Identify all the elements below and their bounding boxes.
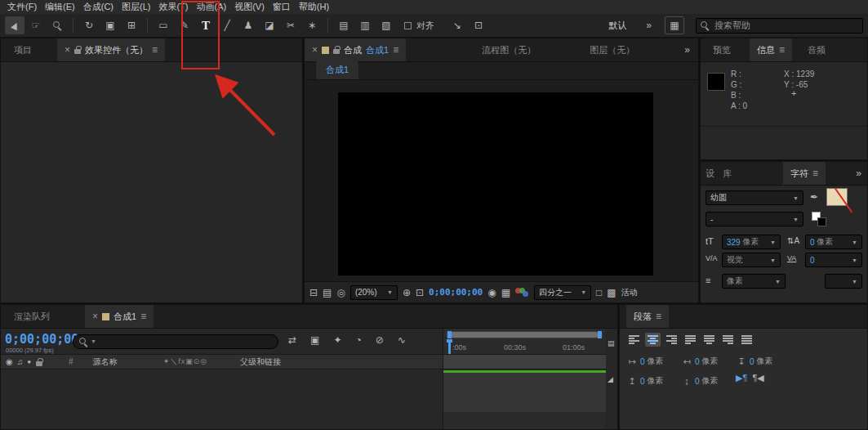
tab-render-queue[interactable]: 渲染队列 (1, 305, 57, 328)
always-preview-icon[interactable]: ⊟ (309, 288, 318, 298)
tab-effects-presets[interactable]: 设 (701, 162, 719, 185)
text-direction-rtl-icon[interactable]: ¶◀ (752, 374, 763, 383)
solo-column-icon[interactable]: ● (27, 359, 31, 365)
align-right-button[interactable] (664, 333, 679, 347)
tab-layer[interactable]: 图层（无） (582, 38, 642, 61)
mask-visibility-icon[interactable]: ⊡ (416, 288, 424, 298)
tab-audio[interactable]: 音频 (800, 38, 833, 61)
lock-icon[interactable] (333, 49, 340, 54)
tab-preview[interactable]: 预览 (701, 38, 738, 61)
fill-stroke-swatches[interactable] (812, 212, 828, 228)
navigator-end-handle[interactable] (598, 331, 602, 338)
font-size-dropdown[interactable]: 329 像素▼ (722, 235, 781, 249)
transparency-grid-icon[interactable]: ▩ (607, 288, 616, 298)
manage-workspaces-button[interactable]: ▦ (665, 16, 684, 34)
menu-layer[interactable]: 图层(L) (118, 1, 154, 13)
frame-blending-icon[interactable]: ◔ (355, 335, 361, 345)
close-icon[interactable]: × (92, 311, 98, 322)
menu-window[interactable]: 窗口 (269, 1, 295, 13)
workspace-label[interactable]: 默认 (608, 20, 626, 32)
panel-menu-icon[interactable]: ≡ (812, 168, 818, 179)
align-center-button[interactable] (645, 333, 661, 347)
menu-effect[interactable]: 效果(T) (154, 1, 192, 13)
panel-overflow-icon[interactable]: » (850, 162, 867, 185)
timeline-search-field[interactable]: ▼ (73, 334, 278, 349)
tab-composition-viewer[interactable]: × 合成 合成1 ≡ (305, 38, 406, 61)
panel-menu-icon[interactable]: ≡ (656, 311, 661, 322)
close-icon[interactable]: × (65, 44, 70, 56)
source-name-column-label[interactable]: 源名称 (93, 356, 118, 368)
resize-corner-icon[interactable]: ◢ (608, 376, 613, 383)
help-search-input[interactable] (696, 18, 863, 34)
comp-timecode[interactable]: 0;00;00;00 (429, 287, 483, 298)
justify-last-center-button[interactable] (701, 333, 717, 347)
orbit-camera-tool-button[interactable]: ↻ (79, 16, 99, 34)
justify-all-button[interactable] (739, 333, 754, 347)
justify-last-right-button[interactable] (720, 333, 736, 347)
camera-tool-button[interactable]: ▣ (100, 16, 120, 34)
extra-dropdown[interactable]: ▼ (825, 274, 862, 289)
tracking-dropdown[interactable]: 0▼ (805, 253, 862, 267)
kerning-dropdown[interactable]: 视觉▼ (722, 253, 781, 267)
panel-overflow-icon[interactable]: » (676, 38, 698, 61)
video-column-icon[interactable]: ◉ (6, 358, 13, 366)
panel-menu-icon[interactable]: ≡ (140, 311, 146, 322)
tab-flowchart[interactable]: 流程图（无） (474, 38, 543, 61)
menu-view[interactable]: 视图(V) (230, 1, 269, 13)
graph-editor-icon[interactable]: ∿ (398, 335, 406, 345)
view-layout-icon[interactable]: ◎ (336, 288, 345, 298)
menu-file[interactable]: 文件(F) (3, 1, 41, 13)
font-family-dropdown[interactable]: 幼圆▼ (706, 190, 803, 205)
menu-help[interactable]: 帮助(H) (295, 1, 333, 13)
close-icon[interactable]: × (312, 44, 318, 56)
space-after-field[interactable]: ↨ 0 像素 (681, 375, 719, 387)
hand-tool-button[interactable]: ☞ (26, 16, 46, 34)
brush-tool-button[interactable]: ╱ (217, 16, 237, 34)
channels-icon[interactable] (515, 288, 529, 298)
tab-paragraph[interactable]: 段落 ≡ (626, 305, 669, 328)
tab-library[interactable]: 库 (719, 162, 736, 185)
snapshot-icon[interactable]: ◉ (487, 288, 496, 298)
menu-composition[interactable]: 合成(C) (79, 1, 118, 13)
font-style-dropdown[interactable]: -▼ (706, 212, 803, 226)
tab-character[interactable]: 字符 ≡ (783, 162, 826, 185)
time-navigator-bar[interactable] (450, 332, 599, 338)
composition-canvas[interactable] (338, 92, 653, 275)
effect-controls-body[interactable] (1, 62, 302, 302)
panel-mini-icon[interactable]: ▤ (608, 340, 615, 347)
resolution-dropdown[interactable]: 四分之一▼ (534, 285, 591, 300)
align-left-button[interactable] (626, 333, 642, 347)
roto-brush-tool-button[interactable]: ✂ (281, 16, 300, 34)
puppet-pin-tool-button[interactable]: ∗ (302, 16, 322, 34)
show-snapshot-icon[interactable]: ▦ (501, 288, 510, 298)
comp-mini-flowchart-icon[interactable]: ⇄ (288, 335, 296, 345)
composition-viewer[interactable] (305, 80, 698, 281)
justify-last-left-button[interactable] (683, 333, 698, 347)
selection-tool-button[interactable]: ▶ (5, 16, 24, 34)
subtab-comp1[interactable]: 合成1 (316, 61, 358, 79)
grid-options-button[interactable]: ⊡ (469, 16, 488, 34)
panel-menu-icon[interactable]: ≡ (779, 44, 785, 56)
pen-tool-button[interactable]: ✎ (175, 16, 194, 34)
draft-3d-icon[interactable]: ▣ (310, 335, 319, 345)
eyedropper-icon[interactable]: ✒ (810, 192, 818, 202)
fill-color-swatch[interactable] (826, 188, 856, 213)
eraser-tool-button[interactable]: ◪ (260, 16, 279, 34)
lock-column-icon[interactable] (36, 361, 42, 366)
pan-behind-tool-button[interactable]: ⊞ (122, 16, 141, 34)
grid-guides-icon[interactable]: ⊕ (403, 288, 411, 298)
time-ruler[interactable]: :00s 00:30s 01:00s (443, 340, 606, 354)
clone-stamp-tool-button[interactable]: ♟ (238, 16, 258, 34)
timeline-graph-area[interactable]: :00s 00:30s 01:00s (443, 329, 605, 430)
menu-edit[interactable]: 编辑(E) (41, 1, 79, 13)
panel-menu-icon[interactable]: ≡ (393, 44, 398, 56)
first-line-indent-field[interactable]: ↤ 0 像素 (681, 356, 719, 367)
navigator-start-handle[interactable] (447, 331, 452, 338)
region-of-interest-icon[interactable]: □ (596, 288, 602, 298)
playhead-line[interactable] (448, 339, 451, 355)
tab-effect-controls[interactable]: × 效果控件（无） ≡ (57, 38, 165, 61)
main-viewer-icon[interactable]: ▤ (323, 288, 332, 298)
align-checkbox[interactable] (404, 22, 412, 29)
space-before-field[interactable]: ↥ 0 像素 (626, 375, 664, 387)
baseline-unit-dropdown[interactable]: 像素▼ (722, 274, 786, 289)
